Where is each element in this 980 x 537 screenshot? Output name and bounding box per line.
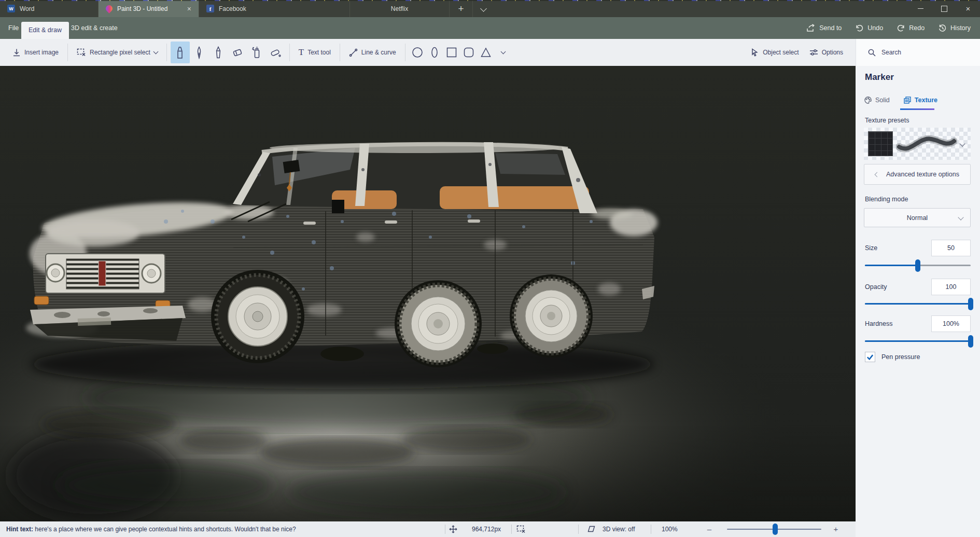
brush-stroke-preview [896, 131, 957, 156]
circle-shape-button[interactable] [409, 42, 426, 63]
ellipse-shape-button[interactable] [426, 42, 443, 63]
text-tool-button[interactable]: T Text tool [293, 42, 336, 63]
texture-icon [903, 96, 912, 104]
hardness-label: Hardness [865, 320, 893, 327]
hardness-input[interactable]: 100% [931, 315, 971, 332]
menu-actions: Send to Undo Redo History [801, 17, 976, 39]
blending-mode-label: Blending mode [865, 196, 908, 203]
zoom-out-button[interactable]: – [703, 521, 716, 537]
menu-bar: File Edit & draw 3D edit & create Send t… [0, 17, 980, 39]
text-tool-icon: T [299, 47, 304, 58]
history-button[interactable]: History [933, 17, 976, 39]
send-to-button[interactable]: Send to [801, 17, 847, 39]
facebook-icon: f [206, 5, 214, 12]
pen-pressure-row: Pen pressure [865, 352, 920, 362]
tab-bar: W Word Paint 3D - Untitled × f Facebook … [0, 0, 980, 17]
3d-view-icon[interactable] [587, 525, 596, 534]
menu-3d-edit-create[interactable]: 3D edit & create [65, 17, 124, 39]
undo-button[interactable]: Undo [850, 17, 888, 39]
pencil-tool-button[interactable] [209, 42, 228, 63]
hint-text: Hint text: here's a place where we can g… [6, 521, 296, 537]
fill-tool-button[interactable] [267, 42, 286, 63]
rectangle-select-icon [77, 48, 86, 57]
tab-label: Paint 3D - Untitled [117, 5, 167, 12]
palette-icon [864, 96, 872, 104]
spray-can-icon [251, 46, 262, 59]
rounded-square-shape-button[interactable] [460, 42, 478, 63]
zoom-in-button[interactable]: + [830, 521, 842, 537]
pencil-icon [213, 46, 223, 59]
chevron-left-icon [875, 172, 880, 177]
advanced-texture-options-button[interactable]: Advanced texture options [864, 164, 971, 185]
texture-preset-picker[interactable] [864, 128, 971, 160]
marker-tool-button[interactable] [171, 42, 190, 63]
calligraphy-pen-tool-button[interactable] [190, 42, 209, 63]
blending-mode-dropdown[interactable]: Normal [864, 208, 971, 227]
search-icon [867, 48, 876, 57]
options-button[interactable]: Options [804, 42, 848, 63]
pen-pressure-label: Pen pressure [881, 353, 920, 361]
screenshot-noise-strip [0, 0, 980, 1]
tab-label: Netflix [391, 5, 408, 12]
size-input[interactable]: 50 [931, 240, 971, 256]
redo-button[interactable]: Redo [891, 17, 930, 39]
square-icon [445, 46, 458, 59]
share-icon [806, 24, 816, 32]
zoom-slider-thumb[interactable] [773, 524, 778, 535]
car-3d-model [0, 66, 856, 521]
insert-image-icon [12, 48, 21, 57]
hardness-row: Hardness 100% [856, 315, 980, 332]
tab-netflix[interactable]: Netflix [350, 0, 450, 17]
size-slider[interactable] [865, 259, 971, 272]
paint3d-window: W Word Paint 3D - Untitled × f Facebook … [0, 0, 980, 537]
square-shape-button[interactable] [443, 42, 460, 63]
object-select-button[interactable]: Object select [745, 42, 804, 63]
tab-paint3d[interactable]: Paint 3D - Untitled × [99, 0, 199, 17]
3d-view-label: 3D view: off [603, 521, 635, 537]
tab-label: Facebook [219, 5, 246, 12]
marker-settings-panel: Marker Solid Texture Texture presets [856, 66, 980, 537]
move-icon[interactable] [449, 525, 457, 535]
word-icon: W [7, 5, 15, 12]
crop-selection-icon[interactable] [516, 525, 526, 535]
insert-image-button[interactable]: Insert image [7, 42, 64, 63]
canvas-coordinates: 964,712px [472, 521, 501, 537]
zoom-level: 100% [662, 521, 678, 537]
minimize-button[interactable] [908, 0, 932, 17]
opacity-label: Opacity [865, 283, 887, 291]
line-curve-button[interactable]: Line & curve [344, 42, 401, 63]
maximize-button[interactable] [932, 0, 956, 17]
status-bar: Hint text: here's a place where we can g… [0, 521, 856, 537]
shapes-chevron[interactable] [495, 42, 512, 63]
close-button[interactable]: × [956, 0, 980, 17]
window-controls: × [908, 0, 980, 17]
eraser-tool-button[interactable] [228, 42, 247, 63]
triangle-shape-button[interactable] [478, 42, 495, 63]
checkmark-icon [866, 354, 874, 360]
chevron-down-icon [958, 214, 963, 220]
tab-solid[interactable]: Solid [864, 96, 890, 104]
search-input[interactable]: Search [856, 39, 980, 66]
tab-texture[interactable]: Texture [903, 96, 937, 104]
tab-list-chevron[interactable] [472, 0, 494, 17]
line-curve-icon [349, 48, 358, 57]
pen-pressure-checkbox[interactable] [865, 352, 875, 362]
tab-facebook[interactable]: f Facebook [199, 0, 350, 17]
rectangle-pixel-select-button[interactable]: Rectangle pixel select [72, 42, 163, 63]
rounded-square-icon [463, 46, 475, 59]
new-tab-button[interactable]: + [450, 0, 472, 17]
tab-word[interactable]: W Word [0, 0, 99, 17]
spray-can-tool-button[interactable] [247, 42, 267, 63]
opacity-input[interactable]: 100 [931, 279, 971, 295]
drawing-canvas[interactable] [0, 66, 856, 521]
panel-title: Marker [865, 72, 894, 82]
undo-icon [855, 24, 864, 32]
tab-close-icon[interactable]: × [179, 5, 191, 13]
opacity-slider[interactable] [865, 298, 971, 310]
preset-chevron-icon [960, 140, 964, 147]
paint3d-icon [104, 4, 114, 13]
toolbar: Insert image Rectangle pixel select [0, 39, 980, 66]
size-label: Size [865, 244, 877, 252]
hardness-slider[interactable] [865, 335, 971, 348]
menu-edit-draw[interactable]: Edit & draw [21, 22, 69, 39]
